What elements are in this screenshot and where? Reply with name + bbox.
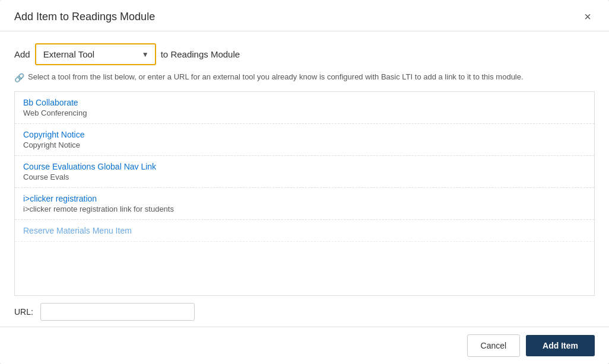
cancel-button[interactable]: Cancel [467, 334, 521, 357]
modal-footer: Cancel Add Item [0, 327, 609, 364]
tool-desc-bb-collaborate: Web Conferencing [23, 108, 586, 117]
list-item[interactable]: Course Evaluations Global Nav Link Cours… [15, 156, 594, 188]
close-button[interactable]: × [581, 9, 595, 24]
tool-list-container: Bb Collaborate Web Conferencing Copyrigh… [14, 91, 595, 296]
hint-row: 🔗 Select a tool from the list below, or … [14, 71, 595, 84]
list-item[interactable]: Copyright Notice Copyright Notice [15, 124, 594, 156]
tool-desc-course-evals: Course Evals [23, 173, 586, 181]
url-label: URL: [14, 307, 33, 317]
tool-type-select[interactable]: External Tool URL Text [36, 44, 155, 64]
add-item-modal: Add Item to Readings Module × Add Extern… [0, 0, 609, 364]
add-item-button[interactable]: Add Item [526, 335, 595, 356]
tool-link-course-evals[interactable]: Course Evaluations Global Nav Link [23, 162, 586, 171]
tool-link-iclicker[interactable]: i>clicker registration [23, 194, 586, 203]
add-suffix: to Readings Module [161, 49, 240, 59]
list-item[interactable]: i>clicker registration i>clicker remote … [15, 188, 594, 220]
tool-desc-iclicker: i>clicker remote registration link for s… [23, 205, 586, 213]
hint-text: Select a tool from the list below, or en… [28, 71, 524, 83]
tool-select-container[interactable]: External Tool URL Text ▼ [36, 44, 155, 64]
tool-link-bb-collaborate[interactable]: Bb Collaborate [23, 98, 586, 107]
add-prefix: Add [14, 49, 30, 59]
modal-header: Add Item to Readings Module × [0, 0, 609, 31]
modal-title: Add Item to Readings Module [14, 11, 155, 23]
list-item[interactable]: Bb Collaborate Web Conferencing [15, 92, 594, 124]
tool-link-reserve[interactable]: Reserve Materials Menu Item [23, 226, 586, 235]
link-icon: 🔗 [14, 72, 24, 84]
modal-body: Add External Tool URL Text ▼ to Readings… [0, 31, 609, 327]
tool-list[interactable]: Bb Collaborate Web Conferencing Copyrigh… [15, 92, 594, 295]
add-tool-line: Add External Tool URL Text ▼ to Readings… [14, 43, 595, 65]
url-row: URL: [14, 296, 595, 327]
tool-select-wrapper[interactable]: External Tool URL Text ▼ [35, 43, 156, 65]
tool-link-copyright-notice[interactable]: Copyright Notice [23, 130, 586, 139]
url-input[interactable] [40, 303, 195, 321]
tool-desc-copyright-notice: Copyright Notice [23, 141, 586, 149]
list-item[interactable]: Reserve Materials Menu Item [15, 220, 594, 242]
